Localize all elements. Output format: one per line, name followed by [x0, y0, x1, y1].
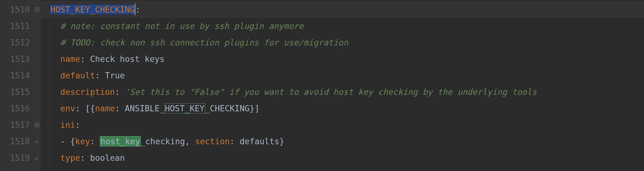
code-line[interactable]: - {key: host_key_checking, section: defa… [40, 133, 644, 150]
comment: # note: constant not in use by ssh plugi… [60, 21, 304, 31]
line-number[interactable]: 1511 [0, 18, 34, 34]
line-number[interactable]: 1519 [0, 150, 34, 166]
comment: # TODO: check non ssh connection plugins… [60, 38, 348, 47]
code-line[interactable]: type: boolean [40, 150, 644, 166]
yaml-key: description [60, 87, 115, 97]
yaml-value: Check host keys [90, 54, 165, 64]
yaml-key: type [60, 153, 80, 163]
code-line[interactable]: # TODO: check non ssh connection plugins… [40, 34, 644, 51]
code-line[interactable]: HOST_KEY_CHECKING: [40, 1, 644, 18]
yaml-key: ini [60, 120, 75, 130]
code-line[interactable]: description: 'Set this to "False" if you… [40, 84, 644, 100]
yaml-key: default [60, 71, 95, 80]
yaml-key: name [60, 54, 80, 64]
line-number[interactable]: 1518 [0, 133, 34, 150]
fold-guide-line [37, 0, 37, 171]
code-line[interactable]: env: [{name: ANSIBLE_HOST_KEY_CHECKING}] [40, 100, 644, 117]
code-area[interactable]: HOST_KEY_CHECKING: # note: constant not … [40, 0, 644, 171]
yaml-string: 'Set this to "False" if you want to avoi… [125, 87, 542, 97]
line-number-gutter: 1510 1511 1512 1513 1514 1515 1516 1517 … [0, 0, 34, 171]
code-line[interactable]: default: True [40, 67, 644, 84]
yaml-value: True [105, 71, 125, 80]
fold-gutter [34, 0, 40, 171]
code-editor[interactable]: 1510 1511 1512 1513 1514 1515 1516 1517 … [0, 0, 644, 171]
search-match-highlight: host_key [100, 136, 141, 146]
line-number[interactable]: 1515 [0, 84, 34, 100]
code-line[interactable]: # note: constant not in use by ssh plugi… [40, 18, 644, 34]
search-match-highlight: HOST_KEY [164, 103, 205, 113]
yaml-value: boolean [90, 153, 125, 163]
yaml-key: HOST_KEY_CHECKING [50, 5, 135, 14]
line-number[interactable]: 1513 [0, 51, 34, 67]
line-number[interactable]: 1512 [0, 34, 34, 51]
line-number[interactable]: 1514 [0, 67, 34, 84]
line-number[interactable]: 1517 [0, 117, 34, 133]
yaml-key: env [60, 104, 75, 113]
line-number[interactable]: 1516 [0, 100, 34, 117]
code-line[interactable]: ini: [40, 117, 644, 133]
code-line[interactable]: name: Check host keys [40, 51, 644, 67]
line-number[interactable]: 1510 [0, 1, 34, 18]
